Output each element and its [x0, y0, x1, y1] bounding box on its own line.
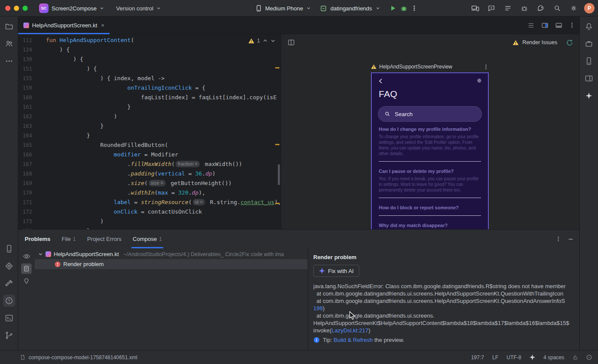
- preview-layout-icon[interactable]: [287, 39, 295, 46]
- tip-row: Tip: Build & Refresh the preview.: [313, 337, 574, 343]
- ai-sparkle-icon: [319, 268, 325, 274]
- inspections-level-icon[interactable]: [586, 354, 592, 360]
- lock-icon[interactable]: [572, 354, 578, 361]
- device-selector[interactable]: Medium Phone: [265, 5, 303, 12]
- status-file-name: compose-compose-model-1758748140651.xml: [29, 354, 137, 361]
- minimize-panel-icon[interactable]: [568, 237, 573, 242]
- profiler-icon[interactable]: [518, 2, 530, 14]
- cursor-position[interactable]: 197:7: [471, 354, 484, 361]
- run-icon[interactable]: [390, 5, 396, 12]
- preview-card: HelpAndSupportScreenPreview FAQ Search H…: [371, 62, 489, 229]
- debug-icon[interactable]: [400, 4, 408, 12]
- inspections-widget[interactable]: 1: [248, 38, 276, 44]
- line-separator[interactable]: LF: [492, 354, 498, 361]
- tree-file-row[interactable]: HelpAndSupportScreen.kt ~/AndroidStudioP…: [35, 249, 308, 259]
- terminal-icon[interactable]: [3, 312, 15, 324]
- chevron-down-icon[interactable]: [38, 252, 43, 257]
- problems-tool-icon[interactable]: [3, 295, 15, 307]
- center-area: HelpAndSupportScreen.kt × 111fun HelpAnd…: [18, 16, 579, 350]
- vcs-widget[interactable]: Version control: [116, 0, 161, 16]
- device-icon: [256, 5, 262, 12]
- ai-status-icon[interactable]: [530, 354, 535, 360]
- tab-label: Project Errors: [87, 236, 121, 242]
- file-encoding[interactable]: UTF-8: [507, 354, 521, 361]
- code-editor[interactable]: 111fun HelpAndSupportContent(124 ) {130 …: [18, 34, 281, 229]
- run-toolbar: Medium Phone datingandfriends: [256, 0, 417, 16]
- stack-link[interactable]: LazyDsl.kt:217: [332, 327, 368, 334]
- preview-surface[interactable]: FAQ Search How do I change my profile in…: [371, 72, 489, 229]
- running-devices-icon[interactable]: [469, 2, 481, 14]
- preview-menu-icon[interactable]: [483, 64, 489, 70]
- device-manager-icon[interactable]: [583, 55, 595, 67]
- build-refresh-link[interactable]: Build & Refresh: [334, 337, 373, 343]
- bottom-panel-icon[interactable]: [555, 22, 562, 29]
- mouse-cursor: [349, 311, 355, 320]
- fix-with-ai-button[interactable]: Fix with AI: [313, 265, 359, 277]
- warning-stripe-mark[interactable]: [275, 203, 280, 204]
- more-tools-icon[interactable]: [3, 55, 15, 67]
- prev-issue-icon[interactable]: [263, 38, 268, 43]
- zoom-window-icon[interactable]: [23, 6, 28, 11]
- faq-search-placeholder: Search: [395, 111, 413, 117]
- warning-count: 1: [257, 38, 260, 44]
- run-config-selector[interactable]: datingandfriends: [330, 5, 372, 12]
- code-line: 160 faqList[index] = faqList[index].copy…: [18, 93, 281, 102]
- tab-project-errors[interactable]: Project Errors: [87, 230, 121, 248]
- vcs-label: Version control: [116, 5, 153, 12]
- preview-card-header[interactable]: HelpAndSupportScreenPreview: [371, 62, 489, 72]
- logcat-icon[interactable]: [502, 2, 514, 14]
- minimize-window-icon[interactable]: [14, 6, 19, 11]
- project-icon: SC: [39, 3, 49, 13]
- close-tab-icon[interactable]: ×: [101, 22, 104, 29]
- status-file-widget[interactable]: compose-compose-model-1758748140651.xml: [20, 354, 137, 361]
- window-controls[interactable]: [5, 6, 28, 11]
- build-icon[interactable]: [3, 277, 15, 289]
- render-problem-details: Render problem Fix with AI java.lang.NoS…: [308, 248, 579, 350]
- right-tool-stripe: [579, 16, 598, 350]
- gemini-tool-icon[interactable]: [583, 90, 595, 102]
- tab-compose[interactable]: Compose 1: [133, 230, 162, 248]
- recent-files-icon[interactable]: [527, 22, 535, 29]
- logcat-tool-icon[interactable]: [3, 243, 15, 255]
- running-devices-tool-icon[interactable]: [583, 72, 595, 84]
- tab-file[interactable]: File 1: [62, 230, 76, 248]
- indent-config[interactable]: 4 spaces: [543, 354, 564, 361]
- git-branch-icon[interactable]: [3, 329, 15, 341]
- app-insights-icon[interactable]: [3, 260, 15, 272]
- preview-pane-toggle-icon[interactable]: [21, 263, 32, 274]
- settings-icon[interactable]: [568, 2, 580, 14]
- warning-stripe-mark[interactable]: [275, 144, 280, 145]
- gradle-tool-icon[interactable]: [583, 38, 595, 50]
- panel-menu-icon[interactable]: [556, 236, 561, 242]
- stack-link[interactable]: 199: [313, 305, 323, 312]
- project-name: Screen2Compose: [52, 5, 97, 12]
- tab-help-and-support-screen[interactable]: HelpAndSupportScreen.kt ×: [18, 16, 110, 34]
- compose-preview-pane: Render Issues HelpAndSupportScreenPrevie…: [281, 34, 579, 229]
- lightbulb-icon[interactable]: [21, 276, 32, 286]
- tree-error-label: Render problem: [63, 261, 104, 267]
- user-avatar[interactable]: P: [584, 3, 595, 13]
- next-issue-icon[interactable]: [270, 38, 276, 43]
- project-tool-icon[interactable]: [3, 20, 15, 32]
- render-issues-widget[interactable]: Render Issues: [513, 39, 573, 46]
- editor-scrollbar[interactable]: [278, 164, 280, 185]
- notifications-icon[interactable]: [583, 20, 595, 32]
- project-widget[interactable]: SC Screen2Compose: [39, 0, 104, 16]
- gemini-icon[interactable]: [485, 2, 497, 14]
- tree-error-row[interactable]: Render problem: [35, 259, 308, 269]
- editor-menu-icon[interactable]: [569, 22, 575, 28]
- code-lines[interactable]: 111fun HelpAndSupportContent(124 ) {130 …: [18, 34, 281, 229]
- more-actions-icon[interactable]: [411, 5, 417, 11]
- split-editor-icon[interactable]: [541, 22, 549, 29]
- gradle-sync-icon[interactable]: [535, 2, 547, 14]
- search-icon: [384, 111, 390, 117]
- eye-icon[interactable]: [21, 251, 32, 261]
- xml-file-icon: [20, 354, 26, 360]
- code-line: 163 }: [18, 121, 281, 131]
- close-window-icon[interactable]: [5, 6, 10, 11]
- details-heading: Render problem: [313, 254, 574, 260]
- search-icon[interactable]: [551, 2, 563, 14]
- warning-stripe-mark[interactable]: [275, 67, 280, 68]
- refresh-icon[interactable]: [566, 39, 573, 46]
- users-icon[interactable]: [3, 38, 15, 50]
